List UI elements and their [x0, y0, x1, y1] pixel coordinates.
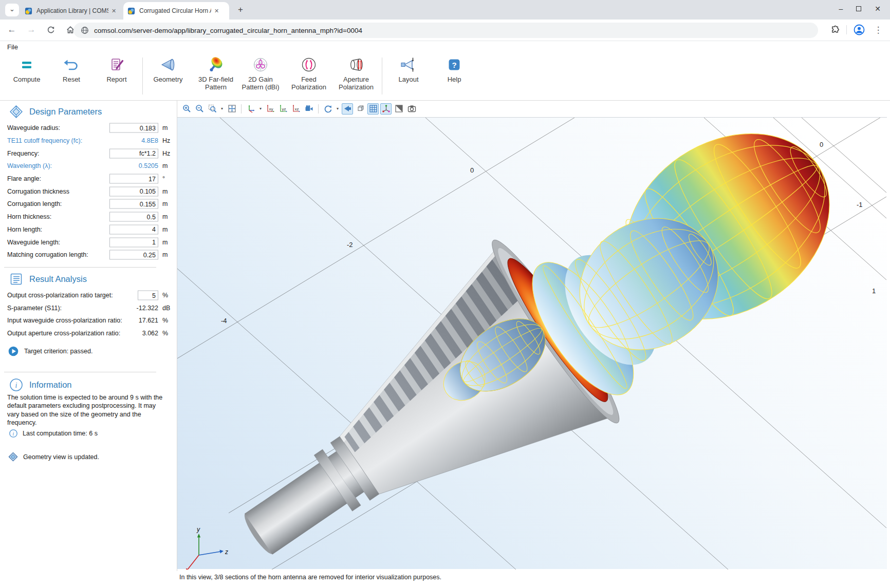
corrugation-thickness-input[interactable] [109, 186, 158, 196]
target-criterion-status: Target criterion: passed. [8, 346, 92, 356]
geometry-icon [159, 56, 177, 73]
axis-tick-label: 0 [470, 166, 474, 174]
browser-menu-icon[interactable]: ⋮ [872, 23, 885, 36]
tab-close-icon[interactable]: ✕ [214, 8, 219, 14]
zoom-box-dropdown[interactable]: ▾ [219, 106, 225, 111]
new-tab-button[interactable]: + [234, 4, 247, 16]
2d-gain-pattern-button[interactable]: 2D Gain Pattern (dBi) [238, 54, 283, 99]
status-text: Geometry view is updated. [23, 453, 99, 461]
param-label: TE11 cutoff frequency (fc): [7, 137, 82, 144]
show-geometry-toggle[interactable] [342, 103, 353, 115]
window-maximize-button[interactable] [856, 6, 861, 11]
reset-icon [63, 56, 80, 73]
extensions-icon[interactable] [830, 25, 840, 35]
view-yz-button[interactable]: yz [277, 103, 289, 115]
axis-tick-label: -1 [857, 201, 863, 208]
compute-button[interactable]: Compute [5, 54, 49, 99]
result-unit: % [162, 330, 168, 337]
tab-close-icon[interactable]: ✕ [112, 8, 116, 14]
projection-camera-icon [305, 104, 313, 113]
view-xy-button[interactable]: xy [265, 103, 276, 115]
view-caption: In this view, 3/8 sections of the horn a… [179, 574, 441, 581]
toolbar-separator [318, 104, 319, 113]
coordinate-triad: y z x [180, 526, 228, 570]
information-header: i Information [0, 377, 72, 392]
frequency-input[interactable] [109, 148, 158, 158]
design-parameters-header: Design Parameters [0, 104, 102, 119]
matching-corrugation-length-input[interactable] [109, 250, 158, 260]
help-button[interactable]: ? Help [432, 54, 476, 99]
forward-button[interactable]: → [25, 23, 38, 36]
reload-button[interactable] [44, 23, 58, 36]
tab-corrugated-horn[interactable]: Corrugated Circular Horn Anten ✕ [123, 2, 229, 20]
svg-text:xy: xy [269, 107, 273, 111]
app-ribbon: Compute Reset Report Geometry 3D Far-fie… [0, 51, 890, 100]
cross-polarization-target-input[interactable] [138, 291, 158, 300]
3d-farfield-pattern-button[interactable]: 3D Far-field Pattern [194, 54, 238, 99]
geometry-button[interactable]: Geometry [146, 54, 190, 99]
feed-polarization-button[interactable]: Feed Polarization [287, 54, 331, 99]
zoom-box-button[interactable] [207, 103, 218, 115]
reset-button[interactable]: Reset [49, 54, 94, 99]
view-xz-button[interactable]: xz [290, 103, 302, 115]
transparency-toggle[interactable] [355, 103, 366, 115]
zoom-extents-button[interactable] [226, 103, 237, 115]
param-label: Wavelength (λ): [7, 162, 52, 169]
default-view-dropdown[interactable]: ▾ [258, 106, 263, 111]
geometry-updated-status: Geometry view is updated. [8, 452, 99, 462]
te11-cutoff-value: 4.8E8 [109, 137, 158, 144]
waveguide-radius-input[interactable] [109, 123, 158, 133]
profile-avatar-icon[interactable] [853, 24, 865, 36]
graphics-canvas[interactable]: y z x 0 -2 -4 0 -1 1 [177, 117, 887, 569]
show-grid-toggle[interactable] [367, 103, 379, 115]
report-icon [108, 56, 125, 73]
layout-button[interactable]: Layout [386, 54, 431, 99]
browser-window: ⌄ Application Library | COMSOL S ✕ Corru… [0, 0, 890, 588]
projection-camera-button[interactable] [303, 103, 314, 115]
param-unit: Hz [162, 150, 170, 157]
2d-gain-icon [252, 56, 269, 73]
aperture-polarization-button[interactable]: Aperture Polarization [334, 54, 378, 99]
wavelength-value: 0.5205 [109, 162, 158, 169]
result-label: Input waveguide cross-polarization ratio… [7, 317, 122, 324]
zoom-out-button[interactable] [194, 103, 205, 115]
axis-tick-label: 1 [872, 287, 876, 295]
param-label: Waveguide radius: [7, 124, 60, 131]
file-menu[interactable]: File [7, 43, 18, 51]
section-divider [4, 267, 156, 268]
address-bar[interactable]: comsol.com/server-demo/app/library_corru… [73, 23, 818, 38]
rotate-view-dropdown[interactable]: ▾ [335, 106, 340, 111]
tab-application-library[interactable]: Application Library | COMSOL S ✕ [21, 2, 121, 20]
horn-length-input[interactable] [109, 224, 158, 234]
invert-background-toggle[interactable] [393, 103, 404, 115]
svg-text:?: ? [452, 61, 456, 69]
param-unit: Hz [162, 137, 170, 144]
back-button[interactable]: ← [5, 23, 18, 36]
rotate-view-button[interactable] [322, 103, 333, 115]
report-button[interactable]: Report [95, 54, 139, 99]
input-cross-polarization-value: 17.621 [109, 317, 158, 324]
result-row: S-parameter (S11): -12.322 dB [0, 302, 177, 315]
window-minimize-button[interactable]: – [839, 5, 843, 12]
result-unit: % [162, 317, 168, 324]
param-label: Horn length: [7, 226, 42, 233]
param-unit: m [162, 213, 168, 220]
zoom-in-icon [182, 104, 191, 113]
window-controls: – ✕ [839, 0, 886, 17]
flare-angle-input[interactable] [109, 174, 158, 184]
horn-thickness-input[interactable] [109, 212, 158, 222]
corrugation-length-input[interactable] [109, 199, 158, 209]
zoom-in-button[interactable] [181, 103, 192, 115]
solution-time-note: The solution time is expected to be arou… [7, 393, 164, 427]
snapshot-button[interactable] [406, 103, 417, 115]
result-label: Output aperture cross-polarization ratio… [7, 330, 120, 337]
zoom-extents-icon [228, 104, 236, 113]
tab-search-button[interactable]: ⌄ [5, 4, 19, 16]
default-view-button[interactable] [245, 103, 256, 115]
url-text: comsol.com/server-demo/app/library_corru… [94, 27, 362, 34]
show-axis-orientation-toggle[interactable] [380, 103, 392, 115]
design-parameters-icon [9, 105, 23, 119]
window-close-button[interactable]: ✕ [875, 5, 881, 12]
waveguide-length-input[interactable] [109, 237, 158, 247]
status-text: Target criterion: passed. [24, 348, 92, 355]
